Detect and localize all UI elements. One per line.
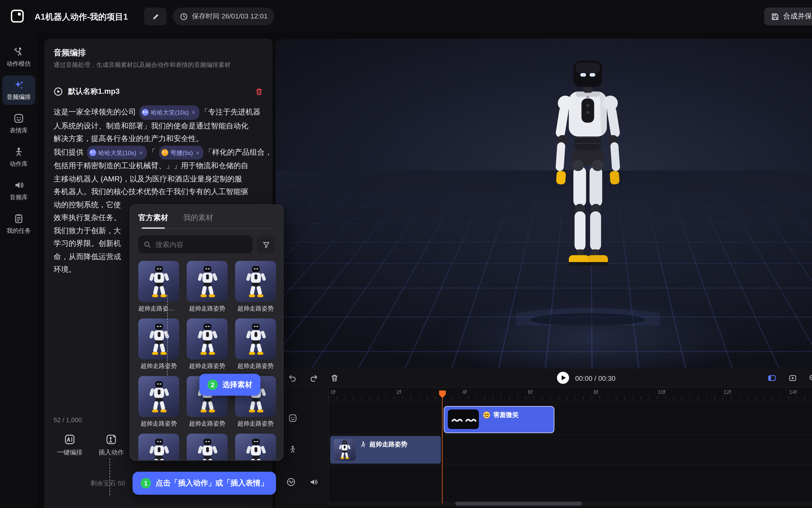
time-display: 00:00 / 00:30 <box>575 374 615 383</box>
tag-close-icon[interactable]: × <box>196 146 199 159</box>
sidebar-item-audio-arrange[interactable]: 音频编排 <box>2 76 35 105</box>
delete-audio-icon[interactable] <box>255 87 263 96</box>
material-thumb <box>138 434 179 461</box>
material-thumb <box>235 319 276 359</box>
robot-thumb-icon <box>195 322 219 355</box>
search-icon <box>144 241 151 248</box>
robot-thumb-icon <box>147 437 171 461</box>
ruler-tick: 0f <box>331 389 335 395</box>
motion-clip-thumb <box>334 439 356 461</box>
motion-imitation-icon <box>13 46 24 57</box>
ruler-tick: 8f <box>594 389 598 395</box>
script-text: 主移动机器人 (AMR)，以及为医疗和酒店业量身定制的服 <box>53 173 265 185</box>
tab-official-material[interactable]: 官方素材 <box>138 212 168 223</box>
person-icon <box>13 146 24 157</box>
walking-person-icon <box>360 441 367 448</box>
laugh-emoji-icon <box>89 149 96 156</box>
tag-close-icon[interactable]: × <box>192 106 195 119</box>
sidebar-item-expression-library[interactable]: 表情库 <box>2 109 35 138</box>
laugh-emoji-icon <box>141 109 149 116</box>
motion-tag-bend[interactable]: 弯腰(5s)× <box>159 145 203 160</box>
material-card[interactable] <box>138 434 179 461</box>
rename-project-button[interactable] <box>144 7 166 25</box>
sidebar-item-audio-library[interactable]: 音频库 <box>2 176 35 205</box>
search-input[interactable] <box>138 236 252 253</box>
app-logo <box>9 8 25 24</box>
track-insert-icon[interactable] <box>768 374 776 382</box>
material-thumb <box>138 319 179 359</box>
material-card[interactable]: 超帅走路姿势 <box>235 261 276 312</box>
expression-track-icon[interactable] <box>288 414 297 423</box>
bend-emoji-icon <box>161 149 168 156</box>
robot-thumb-icon <box>147 265 171 298</box>
material-card[interactable]: 超帅走路姿势 <box>187 261 228 312</box>
save-time-pill: 保存时间 26/01/03 12:01 <box>173 7 275 25</box>
expression-clip-thumb <box>448 410 479 429</box>
motion-track-icon[interactable] <box>288 444 297 454</box>
step-1-badge: 1 <box>140 478 151 489</box>
material-card[interactable]: 超帅走路姿势 <box>187 319 228 370</box>
step-2-badge: 2 <box>207 379 218 390</box>
script-text: 「 <box>148 147 158 156</box>
insert-person-icon <box>106 434 117 445</box>
play-button[interactable] <box>557 372 569 384</box>
panel-title: 音频编排 <box>53 48 86 58</box>
delete-clip-icon[interactable] <box>330 374 339 382</box>
filter-button[interactable] <box>257 236 275 253</box>
material-card[interactable] <box>187 434 228 461</box>
expression-tag-laugh[interactable]: 哈哈大笑(10s)× <box>139 105 199 120</box>
audio-file-row: 默认名称1.mp3 <box>53 84 263 100</box>
one-click-arrange-button[interactable]: 一键编排 <box>57 434 82 457</box>
timeline-scrollbar[interactable] <box>329 502 812 506</box>
tag-close-icon[interactable]: × <box>139 146 143 159</box>
material-thumb <box>235 434 276 461</box>
material-card[interactable]: 超帅走路姿势 <box>235 319 276 370</box>
script-text: 这是一家全球领先的公司 <box>53 108 138 116</box>
expression-tag-laugh[interactable]: 哈哈大笑(10s)× <box>87 145 147 160</box>
motion-clip[interactable]: 超帅走路姿势 <box>330 436 441 464</box>
guide-step-1-tooltip[interactable]: 1 点击「插入动作」或「插入表情」 <box>132 472 276 495</box>
script-text: 务机器人。我们的核心技术优势在于我们专有的人工智能驱 <box>53 185 265 199</box>
frame-view-icon[interactable] <box>788 374 797 382</box>
compose-save-button[interactable]: 合成并保存 <box>764 7 812 25</box>
guide-step-2-select-material[interactable]: 2 选择素材 <box>199 374 260 396</box>
panel-subtitle: 通过音频处理，生成音频素材以及融合动作和表情的音频编排素材 <box>53 61 231 69</box>
expression-clip[interactable]: 害羞微笑 <box>444 406 554 433</box>
script-text: 人系统的设计、制造和部署」我们的使命是通过智能自动化 <box>53 120 265 132</box>
script-text: 解决方案，提高各行各业的生产力和安全性。 <box>53 132 265 145</box>
material-thumb <box>187 319 228 359</box>
sidebar-item-my-tasks[interactable]: 我的任务 <box>2 209 35 239</box>
char-counter: 52 / 1,000 <box>53 417 82 423</box>
ruler-tick: 2f <box>396 389 401 395</box>
play-audio-icon[interactable] <box>53 87 63 96</box>
robot-thumb-icon <box>243 265 268 298</box>
material-card[interactable]: 超帅走路姿势 <box>138 376 179 428</box>
speaker-icon <box>13 180 24 190</box>
sidebar-item-motion-library[interactable]: 动作库 <box>2 142 35 172</box>
material-card[interactable] <box>235 434 276 461</box>
viewport-3d[interactable] <box>276 39 812 369</box>
material-card[interactable]: 超帅走路姿势 <box>138 319 179 370</box>
player-control-bar: 00:00 / 00:30 <box>276 369 812 388</box>
robot-model[interactable] <box>516 60 660 326</box>
redo-icon[interactable] <box>310 374 318 382</box>
audio-mute-icon[interactable] <box>309 477 318 487</box>
shy-smile-emoji-icon <box>483 411 490 419</box>
material-card[interactable]: 超帅走路姿势... <box>138 261 179 312</box>
guide-connector-2 <box>167 295 168 376</box>
tab-my-material[interactable]: 我的素材 <box>183 212 213 223</box>
timeline-ruler[interactable]: 0f 2f 4f 6f 8f 10f 12f 14f 16f <box>329 388 812 399</box>
top-bar: A1机器人动作-我的项目1 保存时间 26/01/03 12:01 合成并保存 … <box>0 0 812 33</box>
timeline-scroll-thumb[interactable] <box>455 502 582 506</box>
clipboard-icon <box>13 213 24 224</box>
project-title: A1机器人动作-我的项目1 <box>35 11 128 23</box>
sidebar-item-motion-imitation[interactable]: 动作模仿 <box>2 42 35 72</box>
robot-thumb-icon <box>195 437 219 461</box>
timeline[interactable]: 0f 2f 4f 6f 8f 10f 12f 14f 16f 超帅走路姿势 害羞… <box>276 388 812 508</box>
script-text: 包括用于精密制造的工业机械臂、」」用于物流和仓储的自 <box>53 160 265 173</box>
zoom-out-icon[interactable] <box>809 374 812 382</box>
ai-icon <box>64 434 76 445</box>
undo-icon[interactable] <box>288 374 297 382</box>
voice-track-icon[interactable] <box>286 477 296 487</box>
insert-motion-button[interactable]: 插入动作 <box>98 434 124 457</box>
